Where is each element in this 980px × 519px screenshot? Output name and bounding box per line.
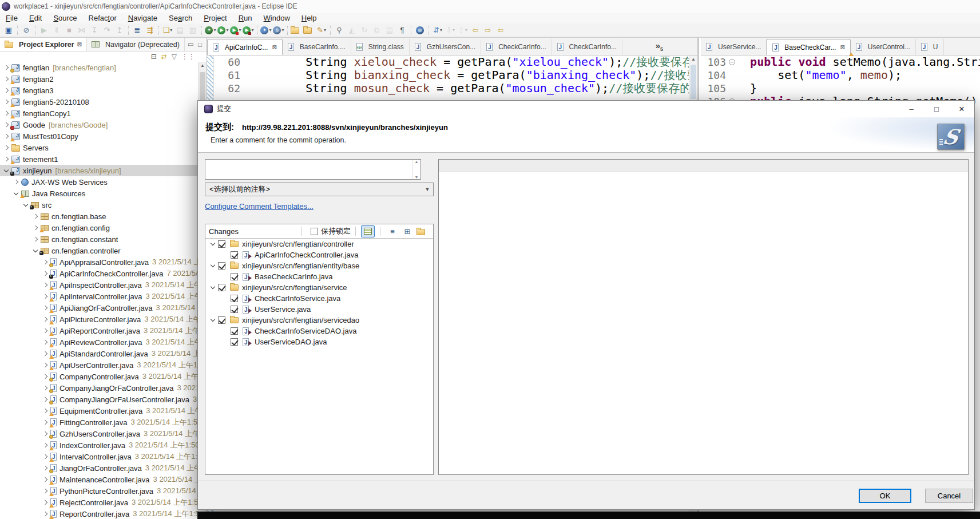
tree-item[interactable]: ApiPictureController.java3 2021/5/14 上午1… — [0, 314, 198, 325]
tree-item[interactable]: ApiCarInfoCheckController.java7 2021/5/1… — [0, 268, 198, 279]
chevron-down-icon[interactable]: ▾ — [324, 27, 326, 33]
chevron-collapsed-icon[interactable] — [4, 77, 9, 81]
chevron-collapsed-icon[interactable] — [43, 466, 47, 470]
change-checkbox[interactable] — [218, 284, 225, 291]
tree-item[interactable]: ApiJiangOrFaController.java3 2021/5/14 上… — [0, 302, 198, 314]
changes-item[interactable]: CheckCarInfoService.java — [205, 293, 433, 304]
chevron-down-icon[interactable]: ▾ — [281, 27, 284, 33]
editor-tab-basecarinfo-[interactable]: BaseCarInfo.... — [283, 39, 351, 55]
tree-item[interactable]: GzhUsersController.java3 2021/5/14 上午1:5… — [0, 428, 198, 439]
annotate-icon[interactable]: ✎▾ — [316, 25, 327, 36]
project-explorer-tree[interactable]: fengtian [branches/fengtian]fengtian2fen… — [0, 62, 198, 519]
tree-item[interactable]: ApiStandardController.java3 2021/5/14 上午… — [0, 348, 198, 359]
view-tab-project-explorer[interactable]: Project Explorer⊠ — [0, 38, 87, 51]
chevron-down-icon[interactable]: ▾ — [213, 27, 216, 33]
chevron-collapsed-icon[interactable] — [4, 134, 9, 138]
scroll-up-icon[interactable]: ▲ — [689, 56, 697, 64]
menu-refactor[interactable]: Refactor — [83, 13, 122, 23]
chevron-collapsed-icon[interactable] — [43, 317, 47, 322]
changes-item[interactable]: xinjieyun/src/cn/fengtian/service — [205, 282, 433, 293]
chevron-down-icon[interactable]: ▾ — [251, 27, 253, 33]
back-icon[interactable]: ⇦ — [470, 25, 481, 36]
menu-file[interactable]: File — [0, 13, 23, 23]
changes-item[interactable]: BaseCheckCarInfo.java — [205, 271, 433, 282]
menu-project[interactable]: Project — [198, 13, 232, 23]
ok-button[interactable]: OK — [859, 489, 911, 503]
chevron-down-icon[interactable]: ▾ — [170, 27, 172, 33]
changes-item[interactable]: ApiCarInfoCheckController.java — [205, 249, 433, 260]
chevron-collapsed-icon[interactable] — [43, 409, 47, 413]
new-web-service-icon[interactable]: ✦▾ — [260, 25, 272, 36]
close-icon[interactable]: ⊠ — [77, 41, 82, 47]
forward-icon[interactable]: ⇨ — [482, 25, 494, 36]
tree-item[interactable]: tenement1 — [0, 153, 198, 165]
tree-item[interactable]: Servers — [0, 142, 198, 153]
chevron-collapsed-icon[interactable] — [43, 386, 47, 390]
tree-item[interactable]: ApiInspectController.java3 2021/5/14 上午1… — [0, 279, 198, 291]
skip-breakpoints-icon[interactable]: ⊘ — [21, 25, 32, 36]
tree-item[interactable]: MaintenanceController.java3 2021/5/14 上午… — [0, 474, 198, 485]
console-icon[interactable]: ▣ — [3, 25, 14, 36]
dialog-titlebar[interactable]: 提交 –□✕ — [198, 101, 974, 117]
change-checkbox[interactable] — [231, 295, 238, 302]
tree-item[interactable]: ApiReviewController.java3 2021/5/14 上午1:… — [0, 336, 198, 348]
new-wizard-icon[interactable]: ❏▾ — [162, 25, 173, 36]
coverage-icon[interactable]: ▶▾ — [230, 25, 241, 36]
changes-item[interactable]: UserServiceDAO.java — [205, 336, 433, 347]
tree-item[interactable]: fengtian2 — [0, 73, 198, 85]
keep-lock-box-icon[interactable] — [311, 228, 318, 235]
chevron-collapsed-icon[interactable] — [43, 306, 47, 310]
chevron-down-icon[interactable]: ▾ — [226, 27, 228, 33]
change-checkbox[interactable] — [231, 338, 238, 346]
change-checkbox[interactable] — [231, 327, 238, 335]
tree-item[interactable]: PythonPictureController.java3 2021/5/14 … — [0, 485, 198, 497]
search-icon[interactable]: ⚲ — [334, 25, 345, 36]
change-checkbox[interactable] — [231, 251, 238, 259]
chevron-collapsed-icon[interactable] — [4, 100, 9, 104]
view-menu-icon[interactable]: ⋮⋮ — [181, 53, 195, 61]
chevron-expanded-icon[interactable] — [4, 167, 9, 172]
dialog-close-icon[interactable]: ✕ — [949, 101, 974, 117]
configure-comment-templates-link[interactable]: Configure Comment Templates... — [205, 202, 314, 211]
chevron-expanded-icon[interactable] — [211, 263, 215, 267]
editor-tab-apicarinfoc-[interactable]: ApiCarInfoC...⊠ — [207, 39, 283, 55]
tree-item[interactable]: src — [0, 199, 198, 211]
editor-tab-checkcarinfo-[interactable]: CheckCarInfo... — [552, 39, 622, 55]
tree-item[interactable]: xinjieyun [branches/xinjieyun] — [0, 165, 198, 176]
chevron-down-icon[interactable]: ▼ — [422, 183, 433, 196]
tree-item[interactable]: RejectController.java3 2021/5/14 上午1:50 — [0, 497, 198, 508]
tree-item[interactable]: FittingController.java3 2021/5/14 上午1:50 — [0, 417, 198, 428]
menu-edit[interactable]: Edit — [23, 13, 47, 23]
filter-icon[interactable]: ▽ — [172, 53, 177, 61]
chevron-collapsed-icon[interactable] — [33, 237, 38, 241]
scroll-up-icon[interactable]: ▲ — [199, 62, 207, 70]
close-icon[interactable]: ⊠ — [272, 44, 276, 50]
view-tab-navigator-deprecated-[interactable]: Navigator (Deprecated) — [87, 38, 185, 51]
profile-icon[interactable]: ▶▾ — [243, 25, 254, 36]
editor-tab-usercontrol-[interactable]: UserControl... — [851, 39, 916, 55]
change-checkbox[interactable] — [218, 262, 225, 270]
tree-item[interactable]: fengtian [branches/fengtian] — [0, 62, 198, 73]
chevron-collapsed-icon[interactable] — [4, 145, 9, 150]
chevron-down-icon[interactable]: ▾ — [453, 27, 455, 33]
tab-overflow-indicator[interactable]: »5 — [656, 41, 663, 52]
menu-search[interactable]: Search — [163, 13, 198, 23]
chevron-collapsed-icon[interactable] — [43, 340, 47, 344]
chevron-down-icon[interactable]: ▾ — [440, 27, 442, 33]
keep-lock-checkbox[interactable]: 保持锁定 — [311, 226, 351, 236]
paned-view-button[interactable] — [361, 225, 375, 237]
editor-tab-userservice-[interactable]: UserService... — [701, 39, 767, 55]
tree-item[interactable]: JAX-WS Web Services — [0, 176, 198, 188]
editor-tab-u[interactable]: U — [916, 39, 944, 55]
chevron-collapsed-icon[interactable] — [4, 122, 9, 127]
chevron-expanded-icon[interactable] — [211, 241, 215, 245]
menu-navigate[interactable]: Navigate — [122, 13, 163, 23]
chevron-expanded-icon[interactable] — [33, 247, 38, 252]
chevron-collapsed-icon[interactable] — [4, 88, 9, 93]
tree-item[interactable]: ApiUserController.java3 2021/5/14 上午1:50 — [0, 359, 198, 371]
checkout-project-icon[interactable] — [291, 25, 302, 36]
tree-item[interactable]: MustTest01Copy — [0, 130, 198, 142]
tree-item[interactable]: cn.fengtian.constant — [0, 233, 198, 245]
menu-window[interactable]: Window — [258, 13, 296, 23]
tree-item[interactable]: CompanyController.java3 2021/5/14 上午1:50 — [0, 371, 198, 382]
